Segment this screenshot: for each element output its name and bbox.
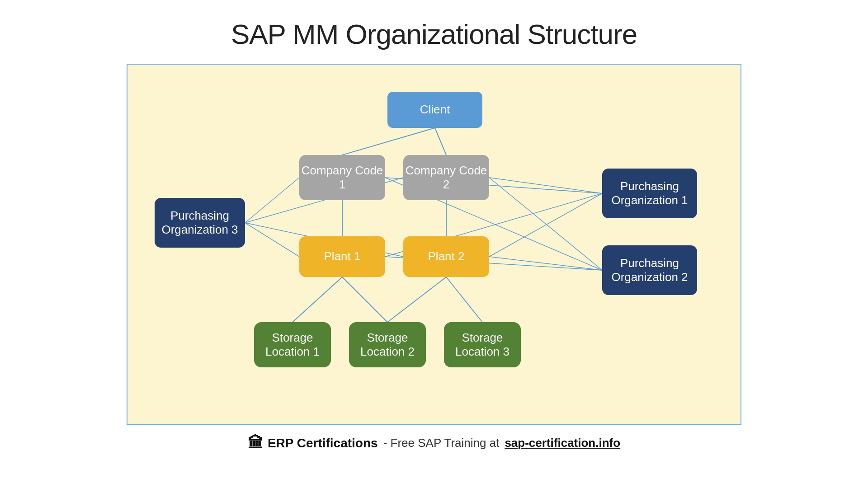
company-code-1-node: Company Code 1	[299, 155, 385, 200]
footer: 🏛 ERP Certifications - Free SAP Training…	[248, 434, 620, 452]
svg-line-19	[489, 257, 602, 270]
svg-line-6	[387, 277, 446, 322]
plant-2-node: Plant 2	[403, 236, 489, 277]
svg-line-10	[245, 223, 299, 257]
lighthouse-icon: 🏛	[248, 434, 263, 452]
svg-line-1	[435, 128, 446, 155]
purchasing-org-1-node: Purchasing Organization 1	[602, 169, 697, 218]
storage-location-2-node: Storage Location 2	[349, 322, 426, 367]
svg-line-0	[342, 128, 435, 155]
diagram-container: Client Company Code 1 Company Code 2 Pla…	[127, 64, 741, 425]
page-title: SAP MM Organizational Structure	[231, 18, 637, 50]
svg-line-17	[489, 178, 602, 270]
svg-line-5	[342, 277, 387, 322]
purchasing-org-2-node: Purchasing Organization 2	[602, 245, 697, 295]
brand-logo: 🏛 ERP Certifications	[248, 434, 378, 452]
footer-text: - Free SAP Training at	[383, 436, 500, 450]
svg-line-15	[489, 193, 602, 257]
svg-line-13	[489, 178, 602, 193]
purchasing-org-3-node: Purchasing Organization 3	[155, 198, 245, 248]
storage-location-3-node: Storage Location 3	[444, 322, 521, 367]
footer-link[interactable]: sap-certification.info	[505, 436, 620, 450]
brand-name: ERP Certifications	[268, 436, 378, 450]
company-code-2-node: Company Code 2	[403, 155, 489, 200]
storage-location-1-node: Storage Location 1	[254, 322, 331, 367]
svg-line-4	[292, 277, 342, 322]
svg-line-8	[245, 178, 299, 223]
plant-1-node: Plant 1	[299, 236, 385, 277]
svg-line-7	[446, 277, 482, 322]
client-node: Client	[387, 92, 482, 128]
